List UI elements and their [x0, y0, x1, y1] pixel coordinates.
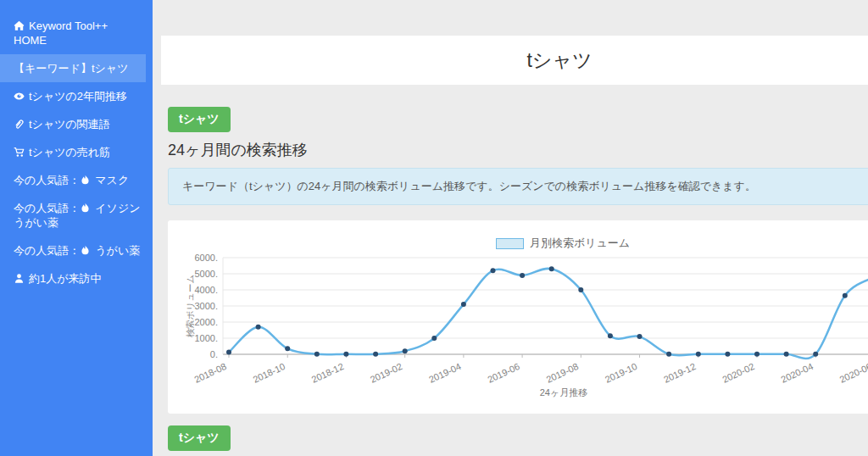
info-alert-text: キーワード（tシャツ）の24ヶ月間の検索ボリューム推移です。シーズンでの検索ボリ…: [182, 180, 756, 192]
paperclip-icon: [14, 119, 25, 130]
bottom-keyword-badge[interactable]: tシャツ: [168, 425, 231, 451]
fire-icon: [80, 203, 91, 214]
svg-text:3000.: 3000.: [194, 301, 218, 311]
svg-text:6000.: 6000.: [194, 253, 218, 263]
sidebar-item-label: Keyword Tool++ HOME: [14, 19, 108, 47]
sidebar-item-trending-mask[interactable]: 今の人気語： マスク: [0, 166, 153, 194]
svg-text:2020-02: 2020-02: [721, 361, 756, 385]
legend-label: 月別検索ボリューム: [530, 236, 630, 251]
sidebar-item-label: 【キーワード】tシャツ: [14, 62, 128, 75]
svg-text:2020-04: 2020-04: [779, 361, 815, 385]
sidebar-item-label: tシャツの売れ筋: [29, 146, 110, 158]
svg-text:2000.: 2000.: [194, 317, 218, 327]
sidebar-item-prefix: 今の人気語：: [14, 202, 80, 214]
trend-chart-card: 月別検索ボリューム 検索ボリューム 0.1000.2000.3000.4000.…: [168, 220, 868, 414]
svg-text:1000.: 1000.: [194, 333, 218, 343]
svg-text:2019-10: 2019-10: [604, 361, 639, 385]
svg-text:2018-08: 2018-08: [192, 361, 228, 385]
keyword-badge[interactable]: tシャツ: [168, 107, 231, 132]
svg-text:5000.: 5000.: [194, 269, 218, 279]
keyword-badge-row: tシャツ: [168, 107, 868, 132]
fire-icon: [80, 245, 91, 256]
info-alert: キーワード（tシャツ）の24ヶ月間の検索ボリューム推移です。シーズンでの検索ボリ…: [168, 168, 868, 205]
svg-text:2018-12: 2018-12: [310, 361, 346, 385]
svg-text:2019-06: 2019-06: [486, 361, 521, 385]
legend-swatch: [496, 238, 524, 249]
cart-icon: [14, 147, 25, 158]
sidebar: Keyword Tool++ HOME 【キーワード】tシャツ tシャツの2年間…: [0, 0, 153, 456]
sidebar-item-keyword: うがい薬: [95, 244, 140, 257]
user-icon: [14, 273, 25, 284]
sidebar-item-home[interactable]: Keyword Tool++ HOME: [0, 12, 153, 54]
sidebar-item-label: tシャツの2年間推移: [29, 90, 127, 103]
fire-icon: [80, 175, 91, 186]
sidebar-item-trending-isojin[interactable]: 今の人気語： イソジンうがい薬: [0, 194, 153, 236]
sidebar-item-best-sellers[interactable]: tシャツの売れ筋: [0, 138, 153, 166]
sidebar-item-prefix: 今の人気語：: [14, 174, 80, 186]
main-content: tシャツ tシャツ 24ヶ月間の検索推移 キーワード（tシャツ）の24ヶ月間の検…: [161, 0, 868, 451]
x-axis-title: 24ヶ月推移: [168, 386, 868, 399]
svg-text:2019-04: 2019-04: [427, 361, 463, 385]
sidebar-item-related-words[interactable]: tシャツの関連語: [0, 110, 153, 138]
svg-text:2018-10: 2018-10: [251, 361, 287, 385]
svg-text:2019-12: 2019-12: [662, 361, 698, 385]
sidebar-item-trending-ugaigusuri[interactable]: 今の人気語： うがい薬: [0, 236, 153, 264]
section-heading: 24ヶ月間の検索推移: [168, 140, 868, 161]
page-title-card: tシャツ: [161, 36, 868, 85]
bottom-badge-row: tシャツ: [168, 425, 868, 451]
sidebar-item-label: 約1人が来訪中: [29, 272, 102, 285]
page: Keyword Tool++ HOME 【キーワード】tシャツ tシャツの2年間…: [0, 0, 868, 456]
sidebar-item-keyword: マスク: [95, 174, 129, 186]
svg-text:0.: 0.: [210, 349, 218, 359]
page-title: tシャツ: [526, 47, 592, 74]
chart-legend[interactable]: 月別検索ボリューム: [168, 236, 868, 251]
sidebar-item-current-keyword[interactable]: 【キーワード】tシャツ: [0, 54, 146, 82]
sidebar-item-visitors[interactable]: 約1人が来訪中: [0, 264, 153, 292]
sidebar-item-label: tシャツの関連語: [29, 118, 110, 131]
svg-text:2019-02: 2019-02: [369, 361, 404, 385]
home-icon: [14, 20, 25, 31]
sidebar-item-prefix: 今の人気語：: [14, 244, 80, 257]
svg-text:2020-06: 2020-06: [838, 361, 868, 385]
eye-icon: [14, 91, 25, 102]
sidebar-item-2year-trend[interactable]: tシャツの2年間推移: [0, 82, 153, 110]
svg-text:4000.: 4000.: [194, 285, 218, 295]
svg-text:2019-08: 2019-08: [545, 361, 581, 385]
